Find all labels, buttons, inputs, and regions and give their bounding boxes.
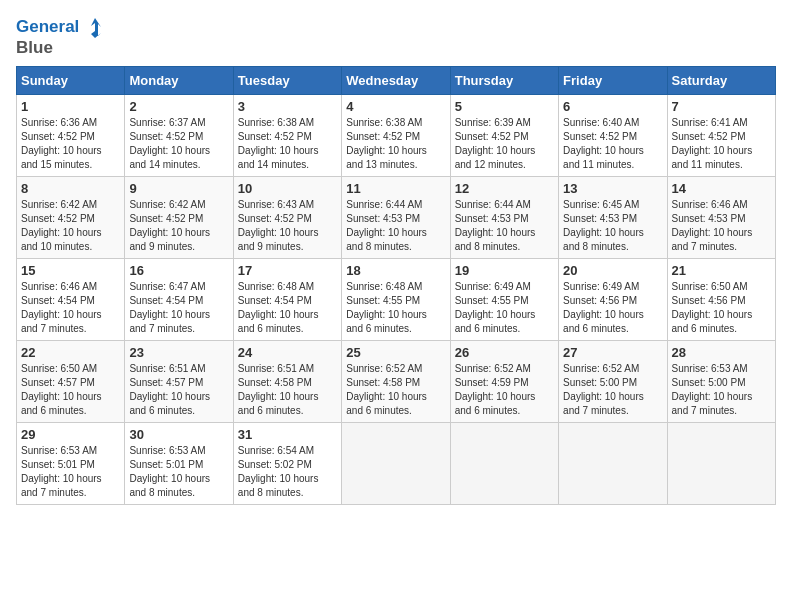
weekday-header-sunday: Sunday	[17, 67, 125, 95]
day-number: 11	[346, 181, 445, 196]
day-info: Sunrise: 6:47 AMSunset: 4:54 PMDaylight:…	[129, 281, 210, 334]
logo: General Blue	[16, 16, 103, 58]
day-info: Sunrise: 6:52 AMSunset: 5:00 PMDaylight:…	[563, 363, 644, 416]
calendar-cell: 2Sunrise: 6:37 AMSunset: 4:52 PMDaylight…	[125, 95, 233, 177]
calendar-cell	[559, 423, 667, 505]
calendar-cell: 29Sunrise: 6:53 AMSunset: 5:01 PMDayligh…	[17, 423, 125, 505]
calendar-cell: 17Sunrise: 6:48 AMSunset: 4:54 PMDayligh…	[233, 259, 341, 341]
weekday-header-tuesday: Tuesday	[233, 67, 341, 95]
day-info: Sunrise: 6:50 AMSunset: 4:57 PMDaylight:…	[21, 363, 102, 416]
calendar-cell: 7Sunrise: 6:41 AMSunset: 4:52 PMDaylight…	[667, 95, 775, 177]
day-info: Sunrise: 6:46 AMSunset: 4:53 PMDaylight:…	[672, 199, 753, 252]
weekday-header-thursday: Thursday	[450, 67, 558, 95]
day-info: Sunrise: 6:45 AMSunset: 4:53 PMDaylight:…	[563, 199, 644, 252]
day-info: Sunrise: 6:44 AMSunset: 4:53 PMDaylight:…	[455, 199, 536, 252]
day-number: 23	[129, 345, 228, 360]
week-row-5: 29Sunrise: 6:53 AMSunset: 5:01 PMDayligh…	[17, 423, 776, 505]
calendar-table: SundayMondayTuesdayWednesdayThursdayFrid…	[16, 66, 776, 505]
day-number: 5	[455, 99, 554, 114]
day-number: 14	[672, 181, 771, 196]
svg-marker-0	[91, 18, 101, 38]
day-number: 16	[129, 263, 228, 278]
day-number: 10	[238, 181, 337, 196]
day-info: Sunrise: 6:46 AMSunset: 4:54 PMDaylight:…	[21, 281, 102, 334]
day-number: 9	[129, 181, 228, 196]
day-info: Sunrise: 6:48 AMSunset: 4:55 PMDaylight:…	[346, 281, 427, 334]
calendar-cell: 20Sunrise: 6:49 AMSunset: 4:56 PMDayligh…	[559, 259, 667, 341]
day-info: Sunrise: 6:43 AMSunset: 4:52 PMDaylight:…	[238, 199, 319, 252]
week-row-1: 1Sunrise: 6:36 AMSunset: 4:52 PMDaylight…	[17, 95, 776, 177]
day-number: 26	[455, 345, 554, 360]
day-info: Sunrise: 6:42 AMSunset: 4:52 PMDaylight:…	[129, 199, 210, 252]
logo-top: General	[16, 16, 103, 38]
day-info: Sunrise: 6:49 AMSunset: 4:55 PMDaylight:…	[455, 281, 536, 334]
day-number: 15	[21, 263, 120, 278]
calendar-cell: 21Sunrise: 6:50 AMSunset: 4:56 PMDayligh…	[667, 259, 775, 341]
day-info: Sunrise: 6:54 AMSunset: 5:02 PMDaylight:…	[238, 445, 319, 498]
header-row: SundayMondayTuesdayWednesdayThursdayFrid…	[17, 67, 776, 95]
day-info: Sunrise: 6:44 AMSunset: 4:53 PMDaylight:…	[346, 199, 427, 252]
day-number: 18	[346, 263, 445, 278]
calendar-cell: 24Sunrise: 6:51 AMSunset: 4:58 PMDayligh…	[233, 341, 341, 423]
day-number: 24	[238, 345, 337, 360]
day-number: 19	[455, 263, 554, 278]
day-info: Sunrise: 6:50 AMSunset: 4:56 PMDaylight:…	[672, 281, 753, 334]
day-number: 28	[672, 345, 771, 360]
calendar-cell	[342, 423, 450, 505]
day-number: 27	[563, 345, 662, 360]
calendar-cell: 22Sunrise: 6:50 AMSunset: 4:57 PMDayligh…	[17, 341, 125, 423]
day-info: Sunrise: 6:52 AMSunset: 4:59 PMDaylight:…	[455, 363, 536, 416]
calendar-cell: 11Sunrise: 6:44 AMSunset: 4:53 PMDayligh…	[342, 177, 450, 259]
day-info: Sunrise: 6:37 AMSunset: 4:52 PMDaylight:…	[129, 117, 210, 170]
calendar-cell	[450, 423, 558, 505]
day-number: 29	[21, 427, 120, 442]
day-number: 25	[346, 345, 445, 360]
day-number: 12	[455, 181, 554, 196]
day-info: Sunrise: 6:53 AMSunset: 5:01 PMDaylight:…	[129, 445, 210, 498]
day-info: Sunrise: 6:53 AMSunset: 5:00 PMDaylight:…	[672, 363, 753, 416]
day-info: Sunrise: 6:38 AMSunset: 4:52 PMDaylight:…	[238, 117, 319, 170]
logo-blue: Blue	[16, 38, 53, 58]
calendar-cell: 14Sunrise: 6:46 AMSunset: 4:53 PMDayligh…	[667, 177, 775, 259]
weekday-header-friday: Friday	[559, 67, 667, 95]
day-number: 20	[563, 263, 662, 278]
calendar-cell: 15Sunrise: 6:46 AMSunset: 4:54 PMDayligh…	[17, 259, 125, 341]
calendar-cell: 13Sunrise: 6:45 AMSunset: 4:53 PMDayligh…	[559, 177, 667, 259]
day-number: 1	[21, 99, 120, 114]
day-info: Sunrise: 6:38 AMSunset: 4:52 PMDaylight:…	[346, 117, 427, 170]
calendar-cell: 8Sunrise: 6:42 AMSunset: 4:52 PMDaylight…	[17, 177, 125, 259]
calendar-cell: 4Sunrise: 6:38 AMSunset: 4:52 PMDaylight…	[342, 95, 450, 177]
day-info: Sunrise: 6:51 AMSunset: 4:57 PMDaylight:…	[129, 363, 210, 416]
calendar-cell: 27Sunrise: 6:52 AMSunset: 5:00 PMDayligh…	[559, 341, 667, 423]
logo-general: General	[16, 17, 79, 37]
day-number: 6	[563, 99, 662, 114]
weekday-header-monday: Monday	[125, 67, 233, 95]
day-info: Sunrise: 6:39 AMSunset: 4:52 PMDaylight:…	[455, 117, 536, 170]
day-info: Sunrise: 6:52 AMSunset: 4:58 PMDaylight:…	[346, 363, 427, 416]
day-info: Sunrise: 6:41 AMSunset: 4:52 PMDaylight:…	[672, 117, 753, 170]
calendar-cell: 31Sunrise: 6:54 AMSunset: 5:02 PMDayligh…	[233, 423, 341, 505]
calendar-cell: 5Sunrise: 6:39 AMSunset: 4:52 PMDaylight…	[450, 95, 558, 177]
day-info: Sunrise: 6:51 AMSunset: 4:58 PMDaylight:…	[238, 363, 319, 416]
day-info: Sunrise: 6:36 AMSunset: 4:52 PMDaylight:…	[21, 117, 102, 170]
day-number: 30	[129, 427, 228, 442]
calendar-cell: 28Sunrise: 6:53 AMSunset: 5:00 PMDayligh…	[667, 341, 775, 423]
day-number: 3	[238, 99, 337, 114]
calendar-cell: 23Sunrise: 6:51 AMSunset: 4:57 PMDayligh…	[125, 341, 233, 423]
day-number: 2	[129, 99, 228, 114]
calendar-cell: 3Sunrise: 6:38 AMSunset: 4:52 PMDaylight…	[233, 95, 341, 177]
day-info: Sunrise: 6:42 AMSunset: 4:52 PMDaylight:…	[21, 199, 102, 252]
calendar-cell: 9Sunrise: 6:42 AMSunset: 4:52 PMDaylight…	[125, 177, 233, 259]
calendar-cell: 6Sunrise: 6:40 AMSunset: 4:52 PMDaylight…	[559, 95, 667, 177]
calendar-cell: 10Sunrise: 6:43 AMSunset: 4:52 PMDayligh…	[233, 177, 341, 259]
calendar-cell: 26Sunrise: 6:52 AMSunset: 4:59 PMDayligh…	[450, 341, 558, 423]
day-info: Sunrise: 6:48 AMSunset: 4:54 PMDaylight:…	[238, 281, 319, 334]
calendar-cell: 16Sunrise: 6:47 AMSunset: 4:54 PMDayligh…	[125, 259, 233, 341]
day-number: 31	[238, 427, 337, 442]
day-number: 8	[21, 181, 120, 196]
day-info: Sunrise: 6:40 AMSunset: 4:52 PMDaylight:…	[563, 117, 644, 170]
day-number: 17	[238, 263, 337, 278]
day-number: 22	[21, 345, 120, 360]
day-number: 21	[672, 263, 771, 278]
calendar-cell	[667, 423, 775, 505]
